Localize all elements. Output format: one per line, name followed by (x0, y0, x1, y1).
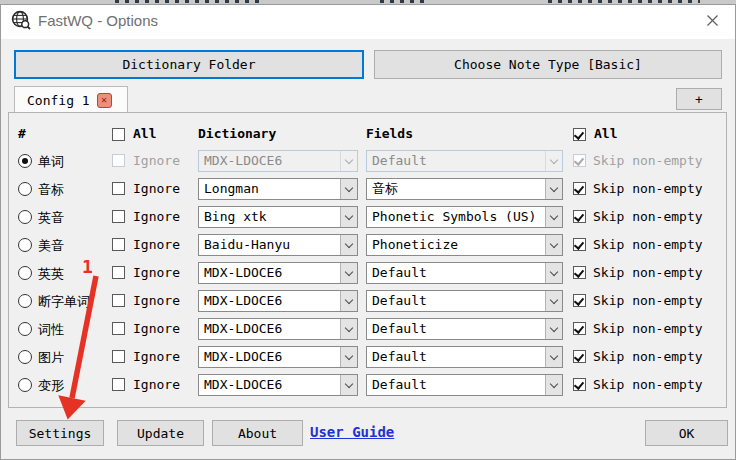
skip-non-empty-checkbox[interactable] (573, 378, 586, 391)
field-select[interactable]: Default (366, 374, 563, 396)
dictionary-select[interactable]: MDX-LDOCE6 (198, 262, 358, 284)
ignore-checkbox[interactable] (112, 210, 125, 223)
dictionary-value: Bing xtk (204, 209, 267, 224)
skip-non-empty-label: Skip non-empty (593, 349, 703, 364)
dropdown-arrow-icon (340, 263, 357, 283)
user-guide-link[interactable]: User Guide (310, 424, 394, 440)
row-radio[interactable] (18, 294, 32, 308)
ignore-label: Ignore (133, 209, 180, 224)
row-radio[interactable] (18, 238, 32, 252)
field-select[interactable]: Default (366, 262, 563, 284)
ignore-checkbox[interactable] (112, 238, 125, 251)
dictionary-select[interactable]: MDX-LDOCE6 (198, 346, 358, 368)
dropdown-arrow-icon (545, 375, 562, 395)
dictionary-select[interactable]: Longman (198, 178, 358, 200)
dropdown-arrow-icon (340, 347, 357, 367)
dictionary-select[interactable]: Baidu-Hanyu (198, 234, 358, 256)
settings-button[interactable]: Settings (16, 420, 104, 446)
add-config-button[interactable]: + (676, 88, 722, 110)
ignore-label: Ignore (133, 237, 180, 252)
window-title: FastWQ - Options (38, 12, 158, 29)
row-label: 美音 (38, 237, 64, 255)
field-select[interactable]: Default (366, 290, 563, 312)
options-dialog: FastWQ - Options Dictionary Folder Choos… (0, 0, 736, 460)
field-value: 音标 (372, 181, 398, 196)
choose-note-type-button[interactable]: Choose Note Type [Basic] (374, 50, 722, 79)
ok-button[interactable]: OK (645, 420, 728, 446)
column-header-dictionary: Dictionary (198, 126, 276, 141)
ignore-checkbox[interactable] (112, 322, 125, 335)
row-label: 单词 (38, 153, 64, 171)
dictionary-select[interactable]: MDX-LDOCE6 (198, 374, 358, 396)
skip-non-empty-checkbox[interactable] (573, 294, 586, 307)
column-header-all-left: All (133, 126, 156, 141)
column-header-fields: Fields (366, 126, 413, 141)
dropdown-arrow-icon (340, 179, 357, 199)
annotation-step-number: 1 (82, 256, 93, 277)
ignore-label: Ignore (133, 349, 180, 364)
field-select[interactable]: Default (366, 318, 563, 340)
ignore-label: Ignore (133, 321, 180, 336)
dictionary-select[interactable]: Bing xtk (198, 206, 358, 228)
dictionary-select[interactable]: MDX-LDOCE6 (198, 318, 358, 340)
all-ignore-checkbox[interactable] (112, 128, 125, 141)
tab-label: Config 1 (27, 93, 90, 108)
dictionary-value: MDX-LDOCE6 (204, 349, 282, 364)
dictionary-value: Baidu-Hanyu (204, 237, 290, 252)
field-value: Default (372, 321, 427, 336)
ignore-checkbox[interactable] (112, 182, 125, 195)
skip-non-empty-label: Skip non-empty (593, 293, 703, 308)
row-radio[interactable] (18, 210, 32, 224)
field-select[interactable]: Phoneticize (366, 234, 563, 256)
skip-non-empty-checkbox (573, 154, 586, 167)
all-skip-checkbox[interactable] (573, 128, 586, 141)
dictionary-value: MDX-LDOCE6 (204, 293, 282, 308)
ignore-label: Ignore (133, 293, 180, 308)
row-radio[interactable] (18, 154, 32, 168)
skip-non-empty-checkbox[interactable] (573, 182, 586, 195)
field-select[interactable]: 音标 (366, 178, 563, 200)
field-select[interactable]: Phonetic Symbols (US) (366, 206, 563, 228)
skip-non-empty-checkbox[interactable] (573, 350, 586, 363)
skip-non-empty-checkbox[interactable] (573, 322, 586, 335)
skip-non-empty-checkbox[interactable] (573, 266, 586, 279)
field-select[interactable]: Default (366, 346, 563, 368)
row-radio[interactable] (18, 350, 32, 364)
close-button[interactable] (698, 8, 726, 32)
update-button[interactable]: Update (117, 420, 204, 446)
skip-non-empty-label: Skip non-empty (593, 265, 703, 280)
dictionary-value: MDX-LDOCE6 (204, 321, 282, 336)
about-button[interactable]: About (212, 420, 303, 446)
dropdown-arrow-icon (545, 235, 562, 255)
dictionary-value: MDX-LDOCE6 (204, 265, 282, 280)
field-value: Default (372, 153, 427, 168)
skip-non-empty-label: Skip non-empty (593, 237, 703, 252)
ignore-checkbox (112, 154, 125, 167)
dictionary-value: MDX-LDOCE6 (204, 153, 282, 168)
dictionary-folder-button[interactable]: Dictionary Folder (14, 50, 364, 79)
row-radio[interactable] (18, 182, 32, 196)
tab-config-1[interactable]: Config 1 ✕ (14, 86, 128, 113)
dictionary-select[interactable]: MDX-LDOCE6 (198, 290, 358, 312)
ignore-checkbox[interactable] (112, 294, 125, 307)
fastwq-globe-icon (11, 10, 31, 30)
dropdown-arrow-icon (340, 291, 357, 311)
ignore-label: Ignore (133, 377, 180, 392)
dropdown-arrow-icon (545, 291, 562, 311)
skip-non-empty-checkbox[interactable] (573, 238, 586, 251)
skip-non-empty-checkbox[interactable] (573, 210, 586, 223)
artifact-marks (548, 0, 700, 3)
ignore-checkbox[interactable] (112, 266, 125, 279)
dropdown-arrow-icon (545, 347, 562, 367)
field-value: Default (372, 265, 427, 280)
tab-close-icon[interactable]: ✕ (97, 93, 112, 108)
ignore-label: Ignore (133, 181, 180, 196)
row-radio[interactable] (18, 378, 32, 392)
field-value: Phoneticize (372, 237, 458, 252)
dropdown-arrow-icon (340, 207, 357, 227)
ignore-checkbox[interactable] (112, 378, 125, 391)
row-label: 图片 (38, 349, 64, 367)
ignore-checkbox[interactable] (112, 350, 125, 363)
row-radio[interactable] (18, 322, 32, 336)
row-radio[interactable] (18, 266, 32, 280)
